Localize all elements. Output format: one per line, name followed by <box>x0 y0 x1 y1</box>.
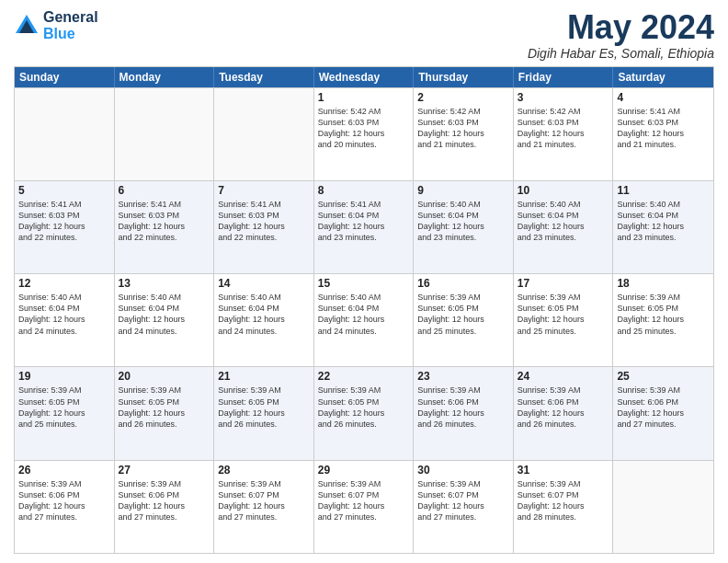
logo: General Blue <box>14 9 98 42</box>
cal-cell: 7Sunrise: 5:41 AMSunset: 6:03 PMDaylight… <box>214 181 314 273</box>
week-row-2: 5Sunrise: 5:41 AMSunset: 6:03 PMDaylight… <box>15 180 713 273</box>
day-info: Sunrise: 5:41 AMSunset: 6:03 PMDaylight:… <box>119 199 210 244</box>
cal-cell: 26Sunrise: 5:39 AMSunset: 6:06 PMDayligh… <box>15 461 115 553</box>
cal-cell: 22Sunrise: 5:39 AMSunset: 6:05 PMDayligh… <box>314 367 415 459</box>
day-number: 1 <box>318 91 410 104</box>
cal-cell <box>115 88 215 180</box>
cal-cell: 12Sunrise: 5:40 AMSunset: 6:04 PMDayligh… <box>15 274 115 366</box>
day-info: Sunrise: 5:39 AMSunset: 6:06 PMDaylight:… <box>119 478 210 523</box>
cal-cell: 11Sunrise: 5:40 AMSunset: 6:04 PMDayligh… <box>613 181 713 273</box>
day-number: 30 <box>417 464 509 477</box>
day-number: 7 <box>218 184 310 197</box>
day-info: Sunrise: 5:40 AMSunset: 6:04 PMDaylight:… <box>318 292 410 337</box>
day-info: Sunrise: 5:39 AMSunset: 6:06 PMDaylight:… <box>617 385 710 430</box>
day-info: Sunrise: 5:39 AMSunset: 6:05 PMDaylight:… <box>617 292 710 337</box>
day-number: 24 <box>518 370 609 383</box>
cal-cell: 16Sunrise: 5:39 AMSunset: 6:05 PMDayligh… <box>414 274 514 366</box>
subtitle: Digih Habar Es, Somali, Ethiopia <box>528 46 714 61</box>
cal-cell: 1Sunrise: 5:42 AMSunset: 6:03 PMDaylight… <box>314 88 415 180</box>
day-info: Sunrise: 5:39 AMSunset: 6:06 PMDaylight:… <box>518 385 609 430</box>
day-number: 11 <box>617 184 710 197</box>
cal-cell: 23Sunrise: 5:39 AMSunset: 6:06 PMDayligh… <box>414 367 514 459</box>
cal-cell: 2Sunrise: 5:42 AMSunset: 6:03 PMDaylight… <box>414 88 514 180</box>
cal-cell: 30Sunrise: 5:39 AMSunset: 6:07 PMDayligh… <box>414 461 514 553</box>
week-row-5: 26Sunrise: 5:39 AMSunset: 6:06 PMDayligh… <box>15 460 713 553</box>
day-info: Sunrise: 5:42 AMSunset: 6:03 PMDaylight:… <box>417 106 509 151</box>
cal-cell: 3Sunrise: 5:42 AMSunset: 6:03 PMDaylight… <box>514 88 614 180</box>
header-cell-saturday: Saturday <box>613 67 713 87</box>
day-info: Sunrise: 5:39 AMSunset: 6:07 PMDaylight:… <box>417 478 509 523</box>
day-info: Sunrise: 5:39 AMSunset: 6:06 PMDaylight:… <box>417 385 509 430</box>
day-number: 22 <box>318 370 410 383</box>
cal-cell: 24Sunrise: 5:39 AMSunset: 6:06 PMDayligh… <box>514 367 614 459</box>
cal-cell: 18Sunrise: 5:39 AMSunset: 6:05 PMDayligh… <box>613 274 713 366</box>
day-info: Sunrise: 5:39 AMSunset: 6:06 PMDaylight:… <box>18 478 110 523</box>
day-number: 4 <box>617 91 710 104</box>
day-number: 3 <box>518 91 609 104</box>
header-cell-sunday: Sunday <box>15 67 115 87</box>
cal-cell: 10Sunrise: 5:40 AMSunset: 6:04 PMDayligh… <box>514 181 614 273</box>
logo-text: General Blue <box>43 9 98 42</box>
day-number: 21 <box>218 370 310 383</box>
day-number: 13 <box>119 277 210 290</box>
logo-icon <box>14 13 40 39</box>
day-number: 17 <box>518 277 609 290</box>
day-number: 10 <box>518 184 609 197</box>
cal-cell: 6Sunrise: 5:41 AMSunset: 6:03 PMDaylight… <box>115 181 215 273</box>
cal-cell: 13Sunrise: 5:40 AMSunset: 6:04 PMDayligh… <box>115 274 215 366</box>
day-number: 5 <box>18 184 110 197</box>
cal-cell: 29Sunrise: 5:39 AMSunset: 6:07 PMDayligh… <box>314 461 415 553</box>
cal-cell <box>613 461 713 553</box>
main-title: May 2024 <box>528 9 714 46</box>
cal-cell: 25Sunrise: 5:39 AMSunset: 6:06 PMDayligh… <box>613 367 713 459</box>
day-info: Sunrise: 5:39 AMSunset: 6:05 PMDaylight:… <box>218 385 310 430</box>
day-number: 9 <box>417 184 509 197</box>
day-number: 16 <box>417 277 509 290</box>
cal-cell: 14Sunrise: 5:40 AMSunset: 6:04 PMDayligh… <box>214 274 314 366</box>
header-cell-friday: Friday <box>514 67 614 87</box>
day-number: 27 <box>119 464 210 477</box>
day-number: 8 <box>318 184 410 197</box>
day-number: 20 <box>119 370 210 383</box>
header-cell-wednesday: Wednesday <box>314 67 415 87</box>
day-info: Sunrise: 5:39 AMSunset: 6:05 PMDaylight:… <box>119 385 210 430</box>
day-number: 14 <box>218 277 310 290</box>
day-info: Sunrise: 5:39 AMSunset: 6:07 PMDaylight:… <box>318 478 410 523</box>
day-info: Sunrise: 5:40 AMSunset: 6:04 PMDaylight:… <box>18 292 110 337</box>
day-info: Sunrise: 5:41 AMSunset: 6:04 PMDaylight:… <box>318 199 410 244</box>
day-number: 31 <box>518 464 609 477</box>
page: General Blue May 2024 Digih Habar Es, So… <box>0 0 728 563</box>
day-info: Sunrise: 5:40 AMSunset: 6:04 PMDaylight:… <box>617 199 710 244</box>
calendar-header: SundayMondayTuesdayWednesdayThursdayFrid… <box>15 67 713 87</box>
cal-cell: 28Sunrise: 5:39 AMSunset: 6:07 PMDayligh… <box>214 461 314 553</box>
day-number: 19 <box>18 370 110 383</box>
day-info: Sunrise: 5:41 AMSunset: 6:03 PMDaylight:… <box>18 199 110 244</box>
header-cell-thursday: Thursday <box>414 67 514 87</box>
cal-cell: 27Sunrise: 5:39 AMSunset: 6:06 PMDayligh… <box>115 461 215 553</box>
week-row-1: 1Sunrise: 5:42 AMSunset: 6:03 PMDaylight… <box>15 87 713 180</box>
day-info: Sunrise: 5:42 AMSunset: 6:03 PMDaylight:… <box>518 106 609 151</box>
cal-cell: 5Sunrise: 5:41 AMSunset: 6:03 PMDaylight… <box>15 181 115 273</box>
cal-cell: 15Sunrise: 5:40 AMSunset: 6:04 PMDayligh… <box>314 274 415 366</box>
day-info: Sunrise: 5:41 AMSunset: 6:03 PMDaylight:… <box>617 106 710 151</box>
day-number: 2 <box>417 91 509 104</box>
day-number: 29 <box>318 464 410 477</box>
day-info: Sunrise: 5:39 AMSunset: 6:05 PMDaylight:… <box>18 385 110 430</box>
day-number: 6 <box>119 184 210 197</box>
cal-cell: 31Sunrise: 5:39 AMSunset: 6:07 PMDayligh… <box>514 461 614 553</box>
day-number: 26 <box>18 464 110 477</box>
day-number: 18 <box>617 277 710 290</box>
day-info: Sunrise: 5:39 AMSunset: 6:05 PMDaylight:… <box>518 292 609 337</box>
day-info: Sunrise: 5:39 AMSunset: 6:07 PMDaylight:… <box>218 478 310 523</box>
cal-cell: 9Sunrise: 5:40 AMSunset: 6:04 PMDaylight… <box>414 181 514 273</box>
cal-cell: 20Sunrise: 5:39 AMSunset: 6:05 PMDayligh… <box>115 367 215 459</box>
day-number: 28 <box>218 464 310 477</box>
cal-cell: 8Sunrise: 5:41 AMSunset: 6:04 PMDaylight… <box>314 181 415 273</box>
day-number: 25 <box>617 370 710 383</box>
day-info: Sunrise: 5:42 AMSunset: 6:03 PMDaylight:… <box>318 106 410 151</box>
day-number: 12 <box>18 277 110 290</box>
day-number: 15 <box>318 277 410 290</box>
cal-cell: 17Sunrise: 5:39 AMSunset: 6:05 PMDayligh… <box>514 274 614 366</box>
cal-cell: 21Sunrise: 5:39 AMSunset: 6:05 PMDayligh… <box>214 367 314 459</box>
day-info: Sunrise: 5:40 AMSunset: 6:04 PMDaylight:… <box>417 199 509 244</box>
